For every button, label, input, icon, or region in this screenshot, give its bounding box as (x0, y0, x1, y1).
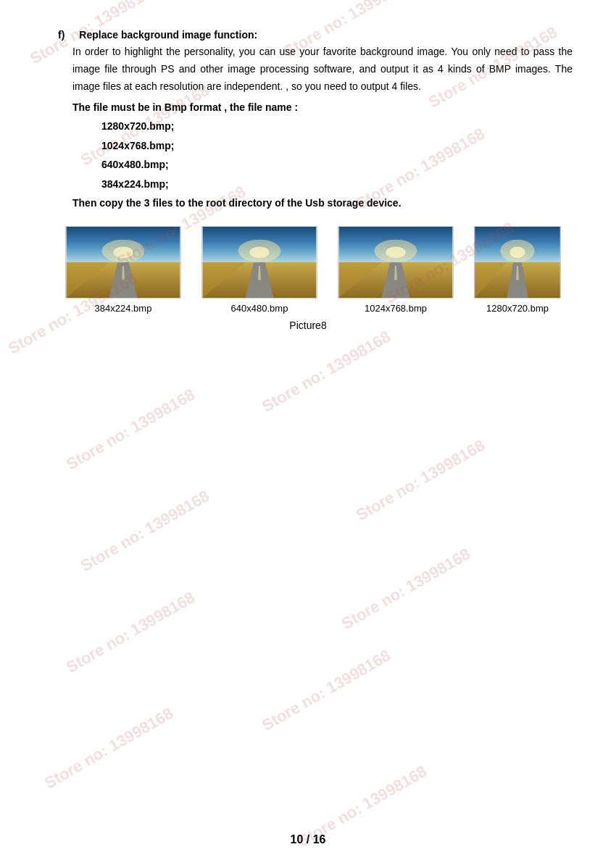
watermark: Store no: 13998168 (259, 327, 394, 417)
road-svg-384 (66, 227, 180, 298)
image-label-1024: 1024x768.bmp (365, 303, 427, 314)
svg-point-18 (386, 246, 405, 258)
watermark: Store no: 13998168 (78, 487, 213, 576)
file-name-list: 1280x720.bmp; 1024x768.bmp; 640x480.bmp;… (101, 117, 573, 193)
bmp-thumbnail-1280 (474, 226, 561, 299)
watermark: Store no: 13998168 (353, 436, 488, 525)
picture-caption: Picture8 (43, 320, 573, 331)
bmp-thumbnail-640 (201, 226, 317, 299)
section-label: f) (58, 29, 64, 41)
watermark: Store no: 13998168 (41, 704, 177, 793)
road-svg-1024 (338, 227, 453, 298)
watermark: Store no: 13998168 (338, 545, 474, 634)
watermark: Store no: 13998168 (63, 385, 199, 475)
watermark: Store no: 13998168 (63, 588, 199, 677)
image-item-1024: 1024x768.bmp (338, 226, 454, 314)
section-heading: Replace background image function: (79, 29, 257, 41)
image-item-384: 384x224.bmp (65, 226, 181, 314)
svg-point-26 (509, 246, 525, 258)
svg-point-2 (113, 246, 133, 258)
bmp-images-row: 384x224.bmp (65, 226, 573, 314)
file-name-item: 1280x720.bmp; (101, 117, 573, 136)
bmp-thumbnail-384 (65, 226, 181, 299)
file-name-item: 640x480.bmp; (101, 155, 573, 175)
image-label-384: 384x224.bmp (95, 303, 152, 314)
main-content: f) Replace background image function: In… (43, 29, 573, 331)
road-svg-1280 (475, 227, 560, 298)
svg-point-10 (249, 246, 269, 258)
paragraph-text: In order to highlight the personality, y… (72, 46, 573, 92)
page-number: 10 / 16 (0, 833, 616, 846)
image-item-640: 640x480.bmp (201, 226, 317, 314)
watermark: Store no: 13998168 (259, 646, 394, 735)
file-name-item: 384x224.bmp; (101, 175, 573, 194)
road-svg-640 (202, 227, 317, 298)
section-paragraph: In order to highlight the personality, y… (72, 43, 573, 95)
image-item-1280: 1280x720.bmp (474, 226, 561, 314)
copy-note: Then copy the 3 files to the root direct… (72, 197, 573, 209)
bmp-thumbnail-1024 (338, 226, 454, 299)
image-label-640: 640x480.bmp (231, 303, 288, 314)
file-name-item: 1024x768.bmp; (101, 136, 573, 156)
file-format-note: The file must be in Bmp format , the fil… (72, 99, 573, 117)
section-f-header: f) Replace background image function: (58, 29, 573, 41)
image-label-1280: 1280x720.bmp (486, 303, 549, 314)
